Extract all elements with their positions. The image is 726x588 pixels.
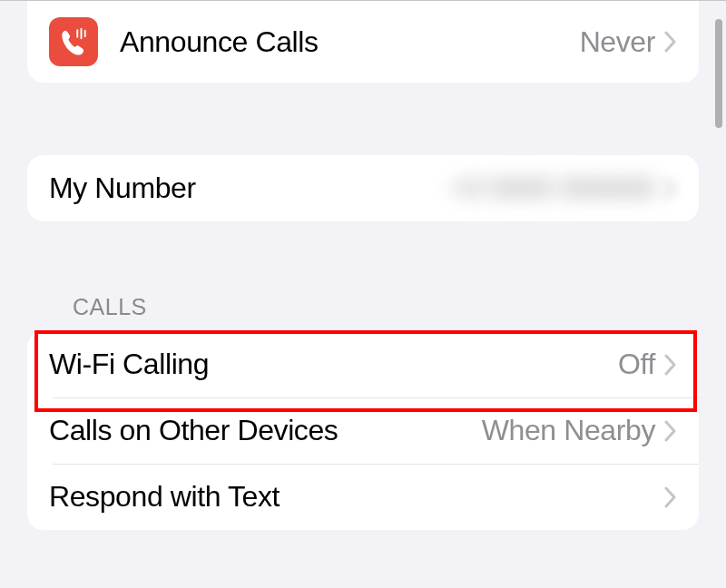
respond-with-text-row[interactable]: Respond with Text bbox=[27, 464, 699, 530]
wifi-calling-value: Off bbox=[618, 348, 655, 381]
my-number-label: My Number bbox=[49, 172, 449, 205]
chevron-right-icon bbox=[664, 354, 677, 376]
my-number-row[interactable]: My Number +0 0000 000000 bbox=[27, 155, 699, 221]
respond-with-text-label: Respond with Text bbox=[49, 480, 664, 514]
calls-group: Wi-Fi Calling Off Calls on Other Devices… bbox=[27, 331, 699, 530]
calls-on-other-devices-value: When Nearby bbox=[482, 414, 655, 447]
announce-calls-value: Never bbox=[580, 25, 655, 59]
my-number-group: My Number +0 0000 000000 bbox=[27, 155, 699, 221]
chevron-right-icon bbox=[664, 420, 677, 442]
chevron-right-icon bbox=[664, 178, 677, 200]
calls-on-other-devices-label: Calls on Other Devices bbox=[49, 414, 482, 447]
calls-section-header: CALLS bbox=[27, 294, 699, 331]
wifi-calling-row[interactable]: Wi-Fi Calling Off bbox=[27, 331, 699, 397]
chevron-right-icon bbox=[664, 31, 677, 53]
announce-calls-label: Announce Calls bbox=[120, 25, 580, 59]
wifi-calling-label: Wi-Fi Calling bbox=[49, 348, 618, 381]
announce-calls-group: Announce Calls Never bbox=[27, 1, 699, 83]
announce-calls-icon bbox=[49, 17, 98, 66]
my-number-value: +0 0000 000000 bbox=[449, 172, 655, 205]
calls-on-other-devices-row[interactable]: Calls on Other Devices When Nearby bbox=[27, 397, 699, 464]
announce-calls-row[interactable]: Announce Calls Never bbox=[27, 1, 699, 83]
scrollbar[interactable] bbox=[715, 19, 722, 128]
chevron-right-icon bbox=[664, 486, 677, 508]
